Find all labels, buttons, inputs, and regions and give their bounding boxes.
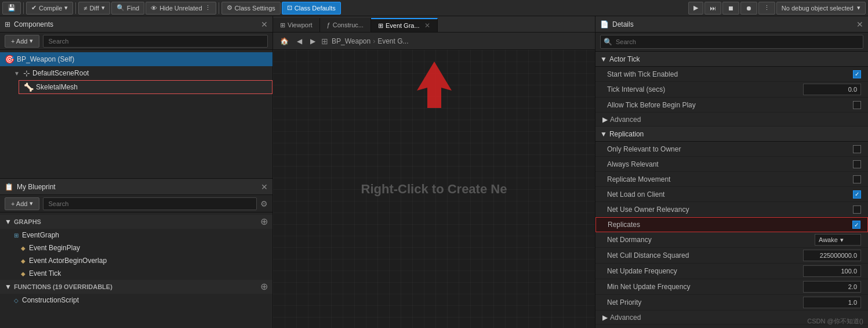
more-button[interactable]: ⋮ [758,2,775,15]
always-relevant-label: Always Relevant [607,160,853,168]
blueprint-add-button[interactable]: + Add ▾ [5,197,39,210]
event-graph-tab-close[interactable]: ✕ [424,21,430,30]
replicates-row: Replicates [595,217,868,232]
net-update-freq-input[interactable] [803,265,861,277]
min-net-update-value [803,281,861,293]
viewport-back-button[interactable]: ◀ [295,36,304,46]
replicate-movement-checkbox[interactable] [853,175,861,183]
start-tick-value [853,70,861,78]
replication-section[interactable]: ▼ Replication [595,127,868,142]
net-use-owner-checkbox[interactable] [853,206,861,214]
net-dormancy-dropdown[interactable]: Awake ▾ [815,234,861,246]
blueprint-gear-icon[interactable]: ⚙ [260,199,268,208]
expand-icon: ▼ [14,70,21,77]
details-close-button[interactable]: ✕ [856,20,863,28]
breadcrumb-event: Event G... [377,37,408,45]
components-add-label: + Add [11,38,27,45]
advanced-subsection[interactable]: ▶ Advanced [595,113,868,127]
components-add-button[interactable]: + Add ▾ [5,35,39,48]
compile-dropdown-icon: ▾ [64,4,68,12]
default-scene-root-label: DefaultSceneRoot [32,69,89,77]
min-net-update-row: Min Net Update Frequency [595,279,868,295]
details-content: ▼ Actor Tick Start with Tick Enabled Tic… [595,52,868,328]
bp-weapon-item[interactable]: 🎯 BP_Weapon (Self) [0,52,273,66]
event-tick-item[interactable]: ◆ Event Tick [0,267,273,280]
event-graph-item[interactable]: ⊞ EventGraph [0,229,273,242]
always-relevant-value [853,160,861,168]
tick-interval-label: Tick Interval (secs) [607,85,803,93]
bp-weapon-label: BP_Weapon (Self) [17,55,74,63]
components-search-input[interactable] [43,35,268,48]
components-close-button[interactable]: ✕ [261,20,268,28]
viewport-tab[interactable]: ⊞ Viewport [273,18,320,32]
net-use-owner-label: Net Use Owner Relevancy [607,206,853,214]
event-begin-play-item[interactable]: ◆ Event BeginPlay [0,242,273,254]
stop-button[interactable]: ⏺ [740,2,757,15]
min-net-update-input[interactable] [803,281,861,293]
only-relevant-row: Only Relevant to Owner [595,142,868,157]
net-cull-input[interactable] [803,250,861,261]
functions-expand-icon: ▼ [5,283,12,291]
find-button[interactable]: 🔍 Find [111,2,144,15]
toolbar-sep-3 [219,2,219,14]
blueprint-panel-header: 📋 My Blueprint ✕ [0,179,273,195]
pause-button[interactable]: ⏹ [722,2,739,15]
functions-add-icon[interactable]: ⊕ [260,282,268,291]
hide-unrelated-label: Hide Unrelated [159,5,202,12]
hide-icon: 👁 [151,5,157,12]
net-load-checkbox[interactable] [853,190,861,199]
event-graph-tab[interactable]: ⊞ Event Gra... ✕ [371,18,438,32]
actor-tick-section[interactable]: ▼ Actor Tick [595,52,868,67]
debug-selector[interactable]: No debug object selected ▾ [776,2,866,15]
construct-tab[interactable]: ƒ Construc... [320,18,371,32]
step-button[interactable]: ⏭ [704,2,721,15]
replicates-checkbox[interactable] [852,221,860,229]
find-label: Find [127,5,139,12]
event-tick-label: Event Tick [29,269,61,277]
only-relevant-checkbox[interactable] [853,145,861,153]
event-begin-play-label: Event BeginPlay [29,244,80,252]
scene-root-icon: ⊹ [23,69,30,78]
graphs-section-header[interactable]: ▼ GRAPHS ⊕ [0,215,273,229]
diff-label: Diff [89,5,99,12]
debug-dropdown-icon: ▾ [857,4,860,12]
always-relevant-checkbox[interactable] [853,160,861,168]
red-arrow-indicator [417,62,452,108]
details-search-input[interactable] [600,35,863,49]
blueprint-close-button[interactable]: ✕ [261,183,268,191]
viewport-canvas[interactable]: Right-Click to Create Ne [273,50,595,328]
start-tick-checkbox[interactable] [853,70,861,78]
save-button[interactable]: 💾 [2,2,21,15]
hide-unrelated-button[interactable]: 👁 Hide Unrelated ⋮ [146,2,216,15]
tick-interval-input[interactable] [803,84,861,95]
class-settings-label: Class Settings [235,5,275,12]
net-load-value [853,190,861,199]
details-icon: 📄 [600,20,609,28]
class-settings-button[interactable]: ⚙ Class Settings [221,2,281,15]
net-load-row: Net Load on Client [595,187,868,202]
diff-button[interactable]: ≠ Diff ▾ [78,2,110,15]
breadcrumb: BP_Weapon › Event G... [332,37,409,45]
compile-button[interactable]: ✔ Compile ▾ [26,2,73,15]
functions-section-header[interactable]: ▼ FUNCTIONS (19 OVERRIDABLE) ⊕ [0,280,273,294]
net-priority-input[interactable] [803,297,861,308]
skeletal-mesh-label: SkeletalMesh [36,83,78,91]
viewport-home-button[interactable]: 🏠 [278,36,291,46]
viewport-forward-button[interactable]: ▶ [308,36,318,46]
blueprint-search-input[interactable] [43,197,257,210]
skeletal-mesh-icon: 🦴 [24,82,34,92]
default-scene-root-item[interactable]: ▼ ⊹ DefaultSceneRoot [9,66,273,80]
construction-script-item[interactable]: ◇ ConstructionScript [0,294,273,307]
net-priority-row: Net Priority [595,295,868,311]
viewport-grid-icon: ⊞ [321,37,328,46]
graphs-expand-icon: ▼ [5,218,12,226]
construct-tab-icon: ƒ [327,21,331,28]
allow-tick-checkbox[interactable] [853,101,861,109]
play-button[interactable]: ▶ [688,2,703,15]
actor-tick-title: Actor Tick [609,55,640,63]
graphs-add-icon[interactable]: ⊕ [260,217,268,226]
construct-tab-label: Construc... [333,21,364,28]
event-actor-overlap-item[interactable]: ◆ Event ActorBeginOverlap [0,254,273,267]
skeletal-mesh-item[interactable]: 🦴 SkeletalMesh [19,80,273,94]
class-defaults-button[interactable]: ⊡ Class Defaults [282,2,341,15]
